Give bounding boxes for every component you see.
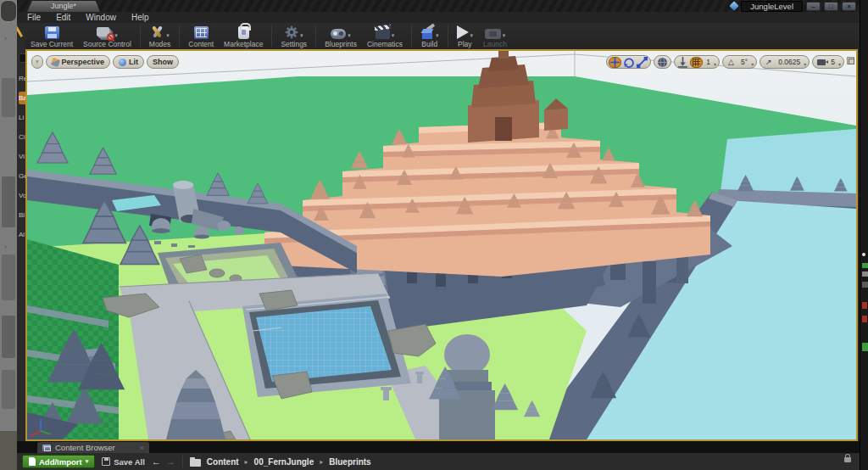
camera-speed-button[interactable] xyxy=(815,57,827,68)
place-mode-icon[interactable] xyxy=(17,26,23,37)
chevron-right-icon: ▸ xyxy=(245,458,248,466)
modes-category-volumes[interactable]: Vo xyxy=(19,189,25,202)
scale-tool-button[interactable] xyxy=(636,57,648,68)
tab-close-icon[interactable]: × xyxy=(140,444,144,452)
menu-edit[interactable]: Edit xyxy=(56,13,70,22)
toolbar-separator xyxy=(271,25,272,47)
rotation-snap-toggle-button[interactable]: △ xyxy=(725,57,737,68)
surface-snap-button[interactable] xyxy=(676,57,689,68)
maximize-viewport-button[interactable] xyxy=(847,57,854,64)
scale-snap-group: ↗ 0.0625 ▾ xyxy=(760,55,810,69)
scale-snap-value[interactable]: 0.0625 xyxy=(776,58,803,66)
level-gem-icon xyxy=(730,1,739,10)
chevron-right-icon: ▸ xyxy=(320,458,323,466)
play-button[interactable]: ▾ Play xyxy=(452,22,479,48)
move-tool-button[interactable] xyxy=(609,57,621,68)
viewport-3d-scene[interactable] xyxy=(27,51,856,439)
modes-category-cinematic[interactable]: Ci xyxy=(19,131,25,143)
world-local-toggle-button[interactable] xyxy=(656,57,669,68)
background-icon xyxy=(862,271,868,277)
grid-snap-value[interactable]: 1 xyxy=(704,58,713,66)
modes-search-input[interactable] xyxy=(19,53,25,63)
background-block xyxy=(2,255,15,300)
grid-snap-toggle-button[interactable] xyxy=(690,57,703,68)
camera-speed-value[interactable]: 5 xyxy=(828,58,837,66)
dropdown-caret-icon[interactable]: ▾ xyxy=(300,32,303,39)
menu-file[interactable]: File xyxy=(27,13,41,22)
dropdown-caret-icon[interactable]: ▾ xyxy=(503,32,506,39)
minimize-button[interactable]: – xyxy=(806,2,821,11)
marketplace-button[interactable]: Marketplace xyxy=(219,22,268,48)
rotate-tool-button[interactable] xyxy=(622,57,635,68)
background-block xyxy=(0,0,17,22)
viewport-toolbar-right: 1 ▾ △ 5° ▾ ↗ 0.0625 ▾ 5 ▾ xyxy=(606,55,844,69)
viewport-toolbar-left: ▾ Perspective Lit Show xyxy=(31,55,179,69)
add-import-button[interactable]: Add/Import ▾ xyxy=(22,455,95,468)
dropdown-caret-icon[interactable]: ▾ xyxy=(166,32,170,39)
dropdown-caret-icon[interactable]: ▾ xyxy=(804,61,806,68)
breadcrumb-fernjungle[interactable]: 00_FernJungle xyxy=(254,457,314,467)
dropdown-caret-icon[interactable]: ▾ xyxy=(751,61,754,68)
blueprints-icon xyxy=(331,29,346,39)
settings-button[interactable]: ▾ Settings xyxy=(275,22,312,48)
rotation-snap-value[interactable]: 5° xyxy=(738,58,750,66)
save-current-button[interactable]: Save Current xyxy=(25,22,78,48)
menu-window[interactable]: Window xyxy=(86,13,116,22)
source-control-icon xyxy=(97,27,113,39)
rotation-snap-group: △ 5° ▾ xyxy=(722,55,757,69)
modes-category-bl[interactable]: Bl xyxy=(19,209,25,221)
maximize-button[interactable]: □ xyxy=(824,2,838,11)
modes-category-basic[interactable]: Ba xyxy=(19,92,25,104)
title-bar[interactable]: Jungle* JungleLevel – □ × xyxy=(17,0,860,12)
launch-button[interactable]: ▾ Launch xyxy=(478,22,512,48)
dropdown-caret-icon: ▾ xyxy=(86,458,89,465)
background-block xyxy=(2,370,15,409)
dropdown-caret-icon[interactable]: ▾ xyxy=(392,32,395,39)
save-all-button[interactable]: Save All xyxy=(102,457,145,467)
floppy-disk-icon xyxy=(45,26,59,39)
content-drawer-icon xyxy=(194,26,209,39)
modes-category-recently-placed[interactable]: Re xyxy=(19,72,25,85)
dropdown-caret-icon[interactable]: ▾ xyxy=(714,61,716,68)
toolbar-separator xyxy=(182,456,183,467)
background-block xyxy=(2,316,15,358)
dropdown-caret-icon[interactable]: ▾ xyxy=(114,32,118,39)
menu-help[interactable]: Help xyxy=(131,13,149,22)
modes-category-lights[interactable]: Li xyxy=(19,111,25,124)
breadcrumb-blueprints[interactable]: Blueprints xyxy=(329,457,370,467)
add-file-icon xyxy=(29,457,36,466)
toolbar-separator xyxy=(140,25,141,47)
source-control-button[interactable]: ▾ Source Control xyxy=(78,22,136,48)
content-button[interactable]: Content xyxy=(183,22,219,48)
folder-icon xyxy=(190,459,201,467)
build-button[interactable]: ▾ Build xyxy=(415,22,444,48)
dropdown-caret-icon[interactable]: ▾ xyxy=(838,61,841,68)
forward-arrow-button[interactable]: → xyxy=(166,456,175,467)
dropdown-caret-icon[interactable]: ▾ xyxy=(436,32,439,39)
lock-icon[interactable] xyxy=(844,457,851,462)
perspective-button[interactable]: Perspective xyxy=(46,55,111,69)
content-browser-tab[interactable]: Content Browser × xyxy=(37,442,149,453)
coord-space-group xyxy=(654,55,671,69)
dropdown-caret-icon[interactable]: ▾ xyxy=(470,32,474,39)
modes-category-all-classes[interactable]: Al xyxy=(19,228,25,241)
back-arrow-button[interactable]: ← xyxy=(152,456,161,467)
breadcrumb: Content ▸ 00_FernJungle ▸ Blueprints xyxy=(190,457,371,467)
blueprints-button[interactable]: ▾ Blueprints xyxy=(320,22,362,48)
modes-button[interactable]: ▾ Modes xyxy=(144,22,176,48)
breadcrumb-content[interactable]: Content xyxy=(207,457,239,467)
viewport-options-button[interactable]: ▾ xyxy=(31,55,43,69)
level-viewport[interactable]: ▾ Perspective Lit Show xyxy=(25,49,858,441)
screen: › › Jungle* JungleLevel – □ × File xyxy=(0,0,868,470)
close-button[interactable]: × xyxy=(842,2,856,11)
lit-mode-button[interactable]: Lit xyxy=(113,55,144,69)
dropdown-caret-icon[interactable]: ▾ xyxy=(348,32,351,39)
scale-snap-toggle-button[interactable]: ↗ xyxy=(762,57,775,68)
modes-category-visual-effects[interactable]: Vi xyxy=(19,150,25,163)
background-icon xyxy=(862,263,868,268)
show-button[interactable]: Show xyxy=(147,55,179,69)
modes-category-geometry[interactable]: Ge xyxy=(19,170,25,182)
camera-speed-group: 5 ▾ xyxy=(812,55,844,69)
level-tab[interactable]: Jungle* xyxy=(27,1,100,12)
cinematics-button[interactable]: ▾ Cinematics xyxy=(362,22,408,48)
